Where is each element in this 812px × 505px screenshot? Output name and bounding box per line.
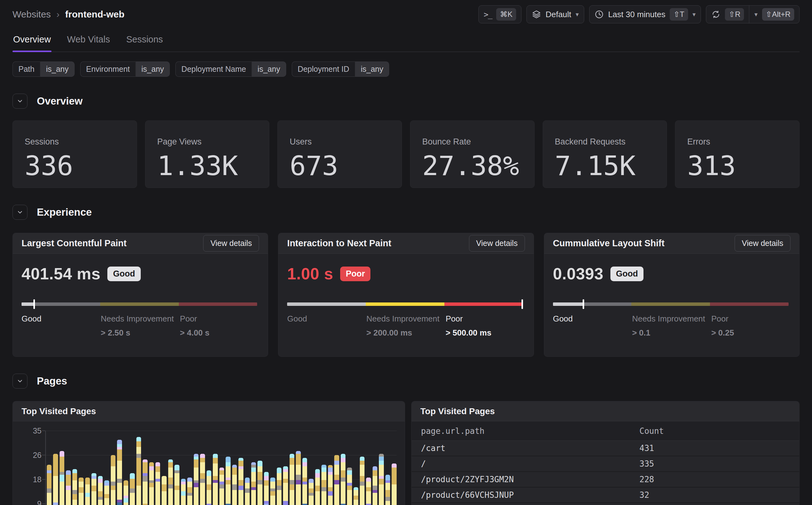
bar-segment (213, 476, 217, 480)
stacked-bar[interactable] (366, 478, 371, 505)
filter-operator[interactable]: is_any (40, 61, 74, 77)
stacked-bar[interactable] (98, 476, 103, 505)
stacked-bar[interactable] (315, 469, 320, 505)
bar-segment (91, 476, 96, 479)
stacked-bar-chart[interactable]: 35261890 (45, 431, 397, 505)
filter-chip-deployment-id[interactable]: Deployment IDis_any (292, 61, 389, 77)
bar-segment (232, 484, 237, 490)
bar-segment (200, 458, 205, 462)
view-details-button[interactable]: View details (735, 235, 791, 251)
stacked-bar[interactable] (257, 461, 262, 505)
stacked-bar[interactable] (155, 462, 160, 505)
stacked-bar[interactable] (328, 465, 333, 505)
stacked-bar[interactable] (200, 454, 205, 505)
stacked-bar[interactable] (117, 440, 122, 505)
stacked-bar[interactable] (104, 480, 109, 505)
stacked-bar[interactable] (219, 468, 224, 505)
tab-overview[interactable]: Overview (12, 30, 51, 51)
view-details-button[interactable]: View details (469, 235, 525, 251)
bar-segment (309, 493, 313, 496)
breadcrumb-websites[interactable]: Websites (12, 9, 51, 20)
stacked-bar[interactable] (347, 468, 352, 505)
stacked-bar[interactable] (360, 457, 365, 505)
vital-card-largest-contentful-paint: Largest Contentful PaintView details401.… (12, 233, 268, 357)
stacked-bar[interactable] (341, 454, 346, 505)
stacked-bar[interactable] (238, 458, 243, 505)
collapse-overview-button[interactable] (12, 94, 27, 109)
stacked-bar[interactable] (149, 462, 154, 505)
collapse-experience-button[interactable] (12, 205, 27, 220)
bar-segment (66, 475, 70, 486)
layout-selector-button[interactable]: Default ▾ (527, 5, 584, 23)
stacked-bar[interactable] (72, 469, 77, 505)
bar-segment (341, 458, 346, 462)
bar-segment (219, 475, 224, 482)
tab-web-vitals[interactable]: Web Vitals (66, 30, 111, 51)
stacked-bar[interactable] (213, 454, 217, 505)
stacked-bar[interactable] (302, 458, 307, 505)
stacked-bar[interactable] (91, 473, 96, 505)
stacked-bar[interactable] (226, 457, 230, 505)
bar-segment (72, 490, 77, 494)
stacked-bar[interactable] (264, 472, 269, 505)
bar-segment (187, 493, 192, 496)
stacked-bar[interactable] (379, 454, 384, 505)
stacked-bar[interactable] (283, 466, 288, 505)
time-range-button[interactable]: Last 30 minutes ⇧T ▾ (589, 5, 701, 23)
stacked-bar[interactable] (309, 479, 313, 505)
table-row[interactable]: /product/2ZYFJ3GM2N228 (412, 472, 799, 488)
stacked-bar[interactable] (277, 468, 281, 505)
stacked-bar[interactable] (111, 455, 116, 505)
stacked-bar[interactable] (251, 462, 256, 505)
stacked-bar[interactable] (194, 454, 198, 505)
view-details-button[interactable]: View details (203, 235, 259, 251)
y-axis-tick (42, 503, 45, 504)
stacked-bar[interactable] (53, 454, 58, 505)
filter-operator[interactable]: is_any (136, 61, 170, 77)
filter-operator[interactable]: is_any (251, 61, 286, 77)
stacked-bar[interactable] (130, 473, 135, 505)
stacked-bar[interactable] (66, 470, 70, 505)
stacked-bar[interactable] (289, 454, 294, 505)
bar-segment (213, 454, 217, 458)
table-row[interactable]: /product/66VCHSJNUP32 (412, 488, 799, 503)
refresh-icon[interactable] (711, 10, 721, 19)
filter-operator[interactable]: is_any (355, 61, 389, 77)
filter-chip-path[interactable]: Pathis_any (12, 61, 74, 77)
stacked-bar[interactable] (162, 476, 166, 505)
stacked-bar[interactable] (385, 475, 390, 505)
stacked-bar[interactable] (47, 465, 51, 505)
stacked-bar[interactable] (392, 464, 396, 505)
collapse-pages-button[interactable] (12, 374, 27, 388)
table-row[interactable]: /9SIQT8TOJO29 (412, 503, 799, 505)
stacked-bar[interactable] (136, 437, 141, 505)
stacked-bar[interactable] (79, 478, 83, 505)
stacked-bar[interactable] (187, 478, 192, 505)
table-row[interactable]: /335 (412, 456, 799, 472)
stacked-bar[interactable] (174, 465, 179, 505)
tab-sessions[interactable]: Sessions (126, 30, 164, 51)
stacked-bar[interactable] (270, 478, 275, 505)
table-row[interactable]: /cart431 (412, 441, 799, 456)
stacked-bar[interactable] (373, 466, 377, 505)
stacked-bar[interactable] (124, 480, 128, 505)
chevron-down-icon[interactable]: ▾ (754, 11, 757, 18)
stacked-bar[interactable] (85, 478, 90, 505)
stacked-bar[interactable] (168, 460, 173, 505)
stacked-bar[interactable] (143, 460, 147, 505)
stacked-bar[interactable] (245, 478, 250, 505)
filter-chip-deployment-name[interactable]: Deployment Nameis_any (175, 61, 286, 77)
threshold-value: > 0.25 (711, 328, 734, 338)
stacked-bar[interactable] (322, 465, 326, 505)
stacked-bar[interactable] (296, 451, 300, 505)
command-palette-button[interactable]: >_ ⌘K (478, 5, 522, 23)
stacked-bar[interactable] (232, 465, 237, 505)
filter-chip-environment[interactable]: Environmentis_any (80, 61, 170, 77)
stacked-bar[interactable] (334, 455, 339, 505)
stacked-bar[interactable] (181, 479, 186, 505)
stacked-bar[interactable] (60, 451, 64, 505)
bar-segment (251, 468, 256, 472)
stacked-bar[interactable] (354, 487, 358, 505)
stacked-bar[interactable] (207, 470, 211, 505)
bar-segment (373, 490, 377, 493)
